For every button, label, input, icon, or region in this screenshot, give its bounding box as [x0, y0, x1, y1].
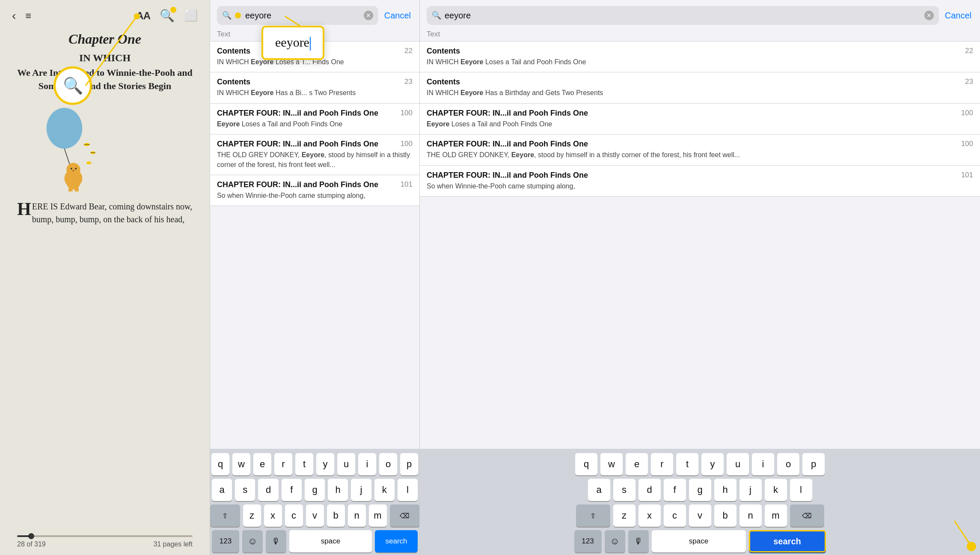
key-space[interactable]: space — [289, 530, 372, 552]
key-o[interactable]: o — [777, 453, 799, 475]
search-bar-1[interactable]: 🔍 eeyore ✕ — [217, 6, 378, 25]
result-item[interactable]: Contents 22 IN WHICH Eeyore Loses a Tail… — [420, 41, 980, 72]
key-backspace[interactable]: ⌫ — [790, 504, 824, 527]
key-i[interactable]: i — [752, 453, 774, 475]
result-header: CHAPTER FOUR: IN...il and Pooh Finds One… — [217, 180, 413, 189]
key-shift[interactable]: ⇧ — [210, 504, 240, 527]
font-size-button[interactable]: AA — [136, 10, 150, 22]
search-input-value-1[interactable]: eeyore — [245, 11, 360, 21]
key-emoji-2[interactable]: ☺ — [605, 530, 625, 552]
key-f[interactable]: f — [282, 479, 302, 501]
key-backspace[interactable]: ⌫ — [390, 504, 420, 527]
key-a[interactable]: a — [588, 479, 610, 501]
key-h[interactable]: h — [714, 479, 736, 501]
key-u[interactable]: u — [337, 453, 355, 475]
key-z[interactable]: z — [613, 504, 636, 527]
key-shift[interactable]: ⇧ — [576, 504, 610, 527]
key-q[interactable]: q — [575, 453, 597, 475]
result-title: CHAPTER FOUR: IN...il and Pooh Finds One — [427, 109, 588, 118]
key-c[interactable]: c — [664, 504, 686, 527]
key-v[interactable]: v — [306, 504, 324, 527]
key-e[interactable]: e — [626, 453, 648, 475]
key-f[interactable]: f — [664, 479, 686, 501]
search-input-value-2[interactable]: eeyore — [445, 11, 921, 21]
key-v[interactable]: v — [689, 504, 711, 527]
key-h[interactable]: h — [328, 479, 348, 501]
progress-bar-track[interactable] — [17, 535, 193, 537]
key-c[interactable]: c — [285, 504, 303, 527]
key-g[interactable]: g — [689, 479, 711, 501]
key-g[interactable]: g — [305, 479, 325, 501]
result-item[interactable]: CHAPTER FOUR: IN...il and Pooh Finds One… — [210, 104, 419, 134]
key-t[interactable]: t — [676, 453, 698, 475]
key-w[interactable]: w — [232, 453, 250, 475]
key-space-2[interactable]: space — [652, 530, 746, 552]
key-y[interactable]: y — [316, 453, 334, 475]
back-button[interactable]: ‹ — [12, 9, 16, 23]
result-item[interactable]: CHAPTER FOUR: IN...il and Pooh Finds One… — [420, 134, 980, 165]
key-b[interactable]: b — [327, 504, 345, 527]
key-p[interactable]: p — [400, 453, 418, 475]
key-a[interactable]: a — [212, 479, 232, 501]
book-body-text: ERE IS Edward Bear, coming downstairs no… — [32, 202, 193, 224]
result-item[interactable]: CHAPTER FOUR: IN...il and Pooh Finds One… — [420, 166, 980, 197]
result-title: CHAPTER FOUR: IN...il and Pooh Finds One — [427, 171, 588, 180]
result-item[interactable]: CHAPTER FOUR: IN...il and Pooh Finds One… — [210, 175, 419, 206]
result-item[interactable]: Contents 23 IN WHICH Eeyore Has a Birthd… — [420, 72, 980, 103]
keyboard-bottom-row: 123 ☺ 🎙 space search — [212, 530, 418, 552]
key-j[interactable]: j — [351, 479, 371, 501]
key-d[interactable]: d — [638, 479, 661, 501]
result-title: CHAPTER FOUR: IN...il and Pooh Finds One — [217, 140, 378, 149]
key-n[interactable]: n — [348, 504, 366, 527]
key-r[interactable]: r — [651, 453, 673, 475]
key-t[interactable]: t — [295, 453, 313, 475]
key-k[interactable]: k — [374, 479, 395, 501]
search-bar-2[interactable]: 🔍 eeyore ✕ — [427, 6, 939, 25]
clear-search-button-1[interactable]: ✕ — [364, 11, 373, 20]
cancel-button-1[interactable]: Cancel — [383, 11, 413, 21]
key-s[interactable]: s — [235, 479, 255, 501]
result-item[interactable]: Contents 23 IN WHICH Eeyore Has a Bi... … — [210, 72, 419, 103]
search-key-2[interactable]: search — [749, 530, 826, 552]
key-u[interactable]: u — [727, 453, 749, 475]
clear-search-button-2[interactable]: ✕ — [924, 11, 934, 20]
key-r[interactable]: r — [274, 453, 292, 475]
list-icon[interactable]: ≡ — [25, 10, 31, 22]
key-b[interactable]: b — [714, 504, 736, 527]
keyboard-row-3: ⇧ z x c v b n m ⌫ — [212, 504, 418, 527]
key-i[interactable]: i — [358, 453, 376, 475]
key-o[interactable]: o — [379, 453, 397, 475]
result-page: 22 — [404, 47, 413, 55]
key-numbers[interactable]: 123 — [212, 530, 239, 552]
key-numbers-2[interactable]: 123 — [574, 530, 602, 552]
key-mic[interactable]: 🎙 — [266, 530, 286, 552]
key-mic-2[interactable]: 🎙 — [628, 530, 649, 552]
key-w[interactable]: w — [600, 453, 623, 475]
key-l[interactable]: l — [398, 479, 418, 501]
search-key-1[interactable]: search — [375, 530, 418, 552]
keyboard-row-1: q w e r t y u i o p — [422, 453, 978, 475]
key-p[interactable]: p — [802, 453, 825, 475]
key-s[interactable]: s — [613, 479, 636, 501]
key-d[interactable]: d — [258, 479, 278, 501]
key-n[interactable]: n — [739, 504, 762, 527]
key-m[interactable]: m — [765, 504, 787, 527]
key-q[interactable]: q — [211, 453, 229, 475]
cancel-button-2[interactable]: Cancel — [943, 11, 973, 21]
key-y[interactable]: y — [701, 453, 724, 475]
key-l[interactable]: l — [790, 479, 812, 501]
keyboard-bottom-row-2: 123 ☺ 🎙 space search — [422, 530, 978, 552]
book-content: Chapter One IN WHICH We Are Introduced t… — [0, 27, 210, 528]
key-e[interactable]: e — [253, 453, 271, 475]
key-z[interactable]: z — [243, 504, 261, 527]
key-j[interactable]: j — [739, 479, 762, 501]
bookmark-button[interactable]: ⬜ — [184, 9, 198, 22]
key-m[interactable]: m — [369, 504, 387, 527]
result-snippet: Eeyore Loses a Tail and Pooh Finds One — [427, 119, 973, 129]
key-k[interactable]: k — [765, 479, 787, 501]
key-x[interactable]: x — [264, 504, 282, 527]
key-emoji[interactable]: ☺ — [242, 530, 263, 552]
result-item[interactable]: CHAPTER FOUR: IN...il and Pooh Finds One… — [420, 104, 980, 134]
result-item[interactable]: CHAPTER FOUR: IN...il and Pooh Finds One… — [210, 134, 419, 175]
key-x[interactable]: x — [638, 504, 661, 527]
